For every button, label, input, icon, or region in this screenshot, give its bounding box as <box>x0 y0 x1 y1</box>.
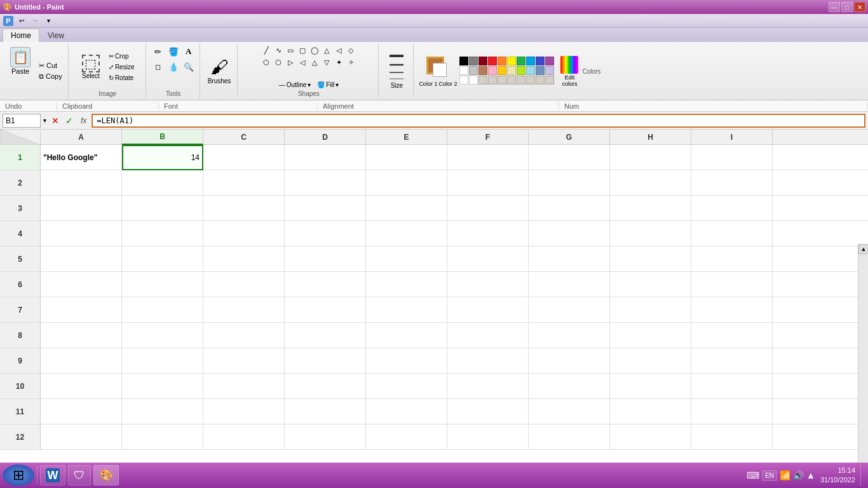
cell-E10[interactable] <box>366 374 447 399</box>
taskbar-security-button[interactable]: 🛡 <box>68 465 91 485</box>
col-header-G[interactable]: G <box>529 130 610 145</box>
cell-D3[interactable] <box>285 196 366 221</box>
cell-D9[interactable] <box>285 348 366 374</box>
shape-pentagon[interactable]: ⬠ <box>261 57 272 68</box>
cell-E3[interactable] <box>366 196 447 221</box>
cell-A3[interactable] <box>41 196 122 221</box>
row-header-6[interactable]: 6 <box>0 272 41 297</box>
cell-G3[interactable] <box>529 196 610 221</box>
cell-D10[interactable] <box>285 374 366 399</box>
color-cell-1-0[interactable] <box>459 66 468 75</box>
cell-H12[interactable] <box>610 424 691 450</box>
shape-ellipse[interactable]: ◯ <box>309 44 320 56</box>
cell-B2[interactable] <box>122 170 203 196</box>
row-header-2[interactable]: 2 <box>0 170 41 195</box>
cell-E6[interactable] <box>366 272 447 297</box>
row-header-11[interactable]: 11 <box>0 399 41 424</box>
cell-C6[interactable] <box>203 272 285 297</box>
color-cell-2-0[interactable] <box>459 76 468 85</box>
cell-H6[interactable] <box>610 272 691 297</box>
fill-button[interactable]: 🪣 Fill ▾ <box>315 81 341 89</box>
cell-I2[interactable] <box>691 170 773 196</box>
start-button[interactable]: ⊞ <box>3 464 34 486</box>
color-cell-0-1[interactable] <box>469 57 478 65</box>
cell-G7[interactable] <box>529 297 610 323</box>
row-header-7[interactable]: 7 <box>0 297 41 322</box>
cell-F12[interactable] <box>447 424 529 450</box>
cell-B10[interactable] <box>122 374 203 399</box>
cell-I11[interactable] <box>691 399 773 424</box>
paint-menu-button[interactable]: P <box>3 15 14 27</box>
cell-H2[interactable] <box>610 170 691 196</box>
vertical-scrollbar[interactable]: ▲ ▼ <box>858 244 868 479</box>
cell-F7[interactable] <box>447 297 529 323</box>
color-cell-0-0[interactable] <box>459 57 468 65</box>
row-header-8[interactable]: 8 <box>0 323 41 348</box>
crop-button[interactable]: ✂ Crop <box>106 51 137 61</box>
color-cell-2-7[interactable] <box>526 76 535 85</box>
color-cell-1-1[interactable] <box>469 66 478 75</box>
col-header-I[interactable]: I <box>691 130 773 145</box>
cell-C7[interactable] <box>203 297 285 323</box>
close-button[interactable]: ✕ <box>854 2 865 12</box>
cell-I6[interactable] <box>691 272 773 297</box>
color-cell-0-7[interactable] <box>526 57 535 65</box>
shape-rect[interactable]: ▭ <box>285 44 296 56</box>
eraser-button[interactable]: ◻ <box>151 60 165 74</box>
cell-D5[interactable] <box>285 247 366 272</box>
cell-F3[interactable] <box>447 196 529 221</box>
shape-curve[interactable]: ∿ <box>273 44 284 56</box>
shape-down-arrow[interactable]: ▽ <box>321 57 332 68</box>
color-cell-2-1[interactable] <box>469 76 478 85</box>
select-button[interactable]: ⬚ Select <box>78 53 104 81</box>
copy-button[interactable]: ⧉ Copy <box>37 72 64 81</box>
cell-H1[interactable] <box>610 145 691 170</box>
color-cell-2-6[interactable] <box>517 76 526 85</box>
formula-dropdown-arrow[interactable]: ▾ <box>43 117 46 124</box>
col-header-H[interactable]: H <box>610 130 691 145</box>
cell-F1[interactable] <box>447 145 529 170</box>
show-desktop-button[interactable] <box>860 464 865 486</box>
row-header-10[interactable]: 10 <box>0 374 41 398</box>
cell-A4[interactable] <box>41 221 122 247</box>
cell-E2[interactable] <box>366 170 447 196</box>
shape-right-tri[interactable]: ◁ <box>333 44 344 56</box>
color-cell-1-2[interactable] <box>478 66 487 75</box>
cell-H9[interactable] <box>610 348 691 374</box>
cell-D6[interactable] <box>285 272 366 297</box>
cell-G2[interactable] <box>529 170 610 196</box>
cell-B5[interactable] <box>122 247 203 272</box>
cell-G8[interactable] <box>529 323 610 348</box>
cell-I9[interactable] <box>691 348 773 374</box>
cell-G9[interactable] <box>529 348 610 374</box>
cell-G12[interactable] <box>529 424 610 450</box>
cell-F11[interactable] <box>447 399 529 424</box>
color-cell-2-4[interactable] <box>498 76 506 85</box>
cell-C2[interactable] <box>203 170 285 196</box>
cell-G5[interactable] <box>529 247 610 272</box>
row-header-3[interactable]: 3 <box>0 196 41 220</box>
color-pick-button[interactable]: 💧 <box>166 60 180 74</box>
cell-D7[interactable] <box>285 297 366 323</box>
size-button[interactable]: Size <box>384 50 409 90</box>
cell-D2[interactable] <box>285 170 366 196</box>
paste-button[interactable]: 📋 Paste <box>6 44 34 78</box>
color-cell-2-8[interactable] <box>536 76 545 85</box>
shape-round-rect[interactable]: ▢ <box>297 44 308 56</box>
cell-B9[interactable] <box>122 348 203 374</box>
formula-input[interactable]: =LEN(A1) <box>92 114 865 128</box>
cell-B11[interactable] <box>122 399 203 424</box>
cell-E4[interactable] <box>366 221 447 247</box>
taskbar-paint-button[interactable]: 🎨 <box>93 465 119 485</box>
color2-swatch[interactable] <box>433 63 447 77</box>
cell-B1[interactable]: 14 <box>122 145 203 170</box>
cell-C3[interactable] <box>203 196 285 221</box>
formula-cancel-button[interactable]: ✕ <box>49 114 62 127</box>
cell-A8[interactable] <box>41 323 122 348</box>
cell-B7[interactable] <box>122 297 203 323</box>
shape-hex[interactable]: ⬡ <box>273 57 284 68</box>
cell-I4[interactable] <box>691 221 773 247</box>
color-cell-1-9[interactable] <box>545 66 554 75</box>
tab-view[interactable]: View <box>39 29 72 42</box>
language-button[interactable]: EN <box>762 470 777 481</box>
